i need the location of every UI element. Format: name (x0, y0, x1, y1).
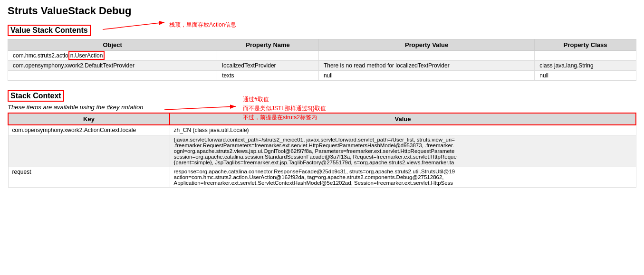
key-cell (8, 135, 170, 167)
useraction-boxed: n.UserAction (68, 51, 105, 60)
value-cell: {javax.servlet.forward.context_path=/str… (170, 135, 636, 167)
table-row: com.hmc.struts2.action.UserAction (8, 51, 636, 61)
property-class-cell: null (535, 71, 636, 81)
value-cell: zh_CN (class java.util.Locale) (170, 125, 636, 135)
property-value-cell: null (318, 71, 534, 81)
svg-line-3 (164, 106, 236, 110)
col-key: Key (8, 113, 170, 125)
object-cell (8, 71, 217, 81)
table-row: com.opensymphony.xwork2.ActionContext.lo… (8, 125, 636, 135)
object-plain: com.hmc.struts2.actio (13, 52, 68, 59)
value-stack-section: Value Stack Contents 栈顶，里面存放Action信息 Obj… (8, 25, 636, 81)
stack-context-title: Stack Context (8, 90, 64, 102)
property-value-cell: There is no read method for localizedTex… (318, 61, 534, 71)
table-row: texts null null (8, 71, 636, 81)
page-title: Struts ValueStack Debug (8, 5, 636, 17)
hash-key-notation: #key (106, 104, 119, 111)
table-row: {javax.servlet.forward.context_path=/str… (8, 135, 636, 167)
col-property-name: Property Name (217, 39, 319, 51)
property-value-cell (318, 51, 534, 61)
col-property-class: Property Class (535, 39, 636, 51)
property-class-cell: class java.lang.String (535, 61, 636, 71)
key-cell: request (8, 167, 170, 188)
stack-context-annotation: 通过#取值 而不是类似JSTL那样通过${}取值 不过，前提是在struts2标… (243, 95, 326, 123)
value-stack-annotation: 栈顶，里面存放Action信息 (169, 21, 236, 29)
table-row: com.opensymphony.xwork2.DefaultTextProvi… (8, 61, 636, 71)
key-cell: com.opensymphony.xwork2.ActionContext.lo… (8, 125, 170, 135)
stack-context-table: Key Value com.opensymphony.xwork2.Action… (8, 113, 636, 188)
property-class-cell (535, 51, 636, 61)
col-property-value: Property Value (318, 39, 534, 51)
property-name-cell: localizedTextProvider (217, 61, 319, 71)
property-name-cell (217, 51, 319, 61)
property-name-cell: texts (217, 71, 319, 81)
value-stack-table: Object Property Name Property Value Prop… (8, 39, 636, 81)
value-cell: response=org.apache.catalina.connector.R… (170, 167, 636, 188)
svg-line-1 (103, 22, 164, 29)
value-stack-title: Value Stack Contents (8, 25, 91, 36)
object-cell: com.hmc.struts2.action.UserAction (8, 51, 217, 61)
stack-context-section: Stack Context These items are available … (8, 90, 636, 188)
table-row: request response=org.apache.catalina.con… (8, 167, 636, 188)
object-cell: com.opensymphony.xwork2.DefaultTextProvi… (8, 61, 217, 71)
